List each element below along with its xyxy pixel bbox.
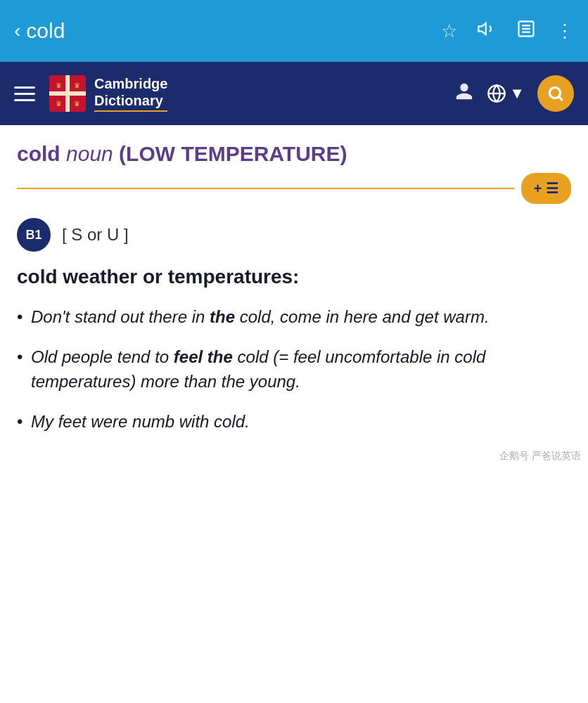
language-selector[interactable]: ▼ — [487, 84, 525, 103]
top-browser-bar: ‹ cold ☆ ⋮ — [0, 0, 588, 62]
more-options-icon[interactable]: ⋮ — [556, 20, 574, 42]
example-1-after: cold, come in here and get warm. — [235, 307, 490, 326]
back-chevron-icon[interactable]: ‹ — [14, 21, 20, 41]
list-view-icon[interactable] — [516, 19, 536, 44]
svg-point-17 — [549, 87, 560, 98]
example-3-text: My feet were numb with cold. — [31, 412, 250, 431]
add-to-list-button[interactable]: + ☰ — [521, 173, 571, 204]
svg-text:♛: ♛ — [56, 82, 62, 89]
example-2-bold: feel the — [174, 347, 233, 366]
headword: cold — [17, 142, 66, 165]
example-2-before: Old people tend to — [31, 347, 174, 366]
watermark-text: 企鹅号 严爸说英语 — [499, 450, 581, 463]
cambridge-navbar: ♛ ♛ ♛ ♛ Cambridge Dictionary — [0, 62, 588, 125]
examples-list: Don't stand out there in the cold, come … — [17, 305, 571, 434]
dropdown-arrow-icon: ▼ — [509, 84, 525, 103]
top-bar-title[interactable]: cold — [26, 19, 65, 43]
example-1-bold: the — [210, 307, 235, 326]
level-row: B1 [ S or U ] — [17, 218, 571, 252]
cambridge-logo-text: Cambridge Dictionary — [94, 75, 167, 112]
user-icon[interactable] — [454, 82, 474, 106]
cambridge-logo[interactable]: ♛ ♛ ♛ ♛ Cambridge Dictionary — [49, 75, 167, 112]
word-heading: cold noun (LOW TEMPERATURE) — [17, 142, 571, 166]
top-bar-icons: ☆ ⋮ — [441, 19, 574, 44]
dictionary-label: Dictionary — [94, 92, 167, 109]
svg-text:♛: ♛ — [56, 100, 62, 108]
example-1-before: Don't stand out there in — [31, 307, 210, 326]
volume-icon[interactable] — [477, 19, 497, 44]
top-bar-left: ‹ cold — [14, 19, 65, 43]
part-of-speech: noun — [66, 142, 119, 165]
svg-line-18 — [559, 97, 563, 101]
example-3: My feet were numb with cold. — [17, 410, 571, 434]
hamburger-menu[interactable] — [14, 86, 35, 101]
grammar-label: [ S or U ] — [62, 225, 129, 245]
nav-right: ▼ — [454, 75, 574, 112]
watermark-row: 企鹅号 严爸说英语 — [0, 450, 588, 470]
divider-line — [17, 188, 514, 189]
example-1: Don't stand out there in the cold, come … — [17, 305, 571, 330]
example-2: Old people tend to feel the cold (= feel… — [17, 345, 571, 394]
svg-marker-0 — [478, 22, 486, 34]
logo-underline — [94, 110, 167, 112]
nav-left: ♛ ♛ ♛ ♛ Cambridge Dictionary — [14, 75, 167, 112]
sense-label: (LOW TEMPERATURE) — [119, 142, 347, 165]
cambridge-label: Cambridge — [94, 75, 167, 92]
definition-text: cold weather or temperatures: — [17, 264, 571, 290]
star-icon[interactable]: ☆ — [441, 20, 457, 42]
main-content: cold noun (LOW TEMPERATURE) + ☰ B1 [ S o… — [0, 125, 588, 434]
svg-rect-14 — [49, 91, 86, 96]
svg-text:♛: ♛ — [74, 100, 80, 108]
divider-row: + ☰ — [17, 173, 571, 204]
search-button[interactable] — [537, 75, 574, 112]
search-icon — [547, 84, 565, 103]
cambridge-shield-icon: ♛ ♛ ♛ ♛ — [49, 75, 86, 112]
svg-text:♛: ♛ — [74, 82, 80, 89]
level-text: B1 — [25, 228, 41, 243]
level-badge: B1 — [17, 218, 51, 252]
add-list-btn-label: + ☰ — [534, 180, 558, 197]
globe-icon — [487, 84, 506, 103]
